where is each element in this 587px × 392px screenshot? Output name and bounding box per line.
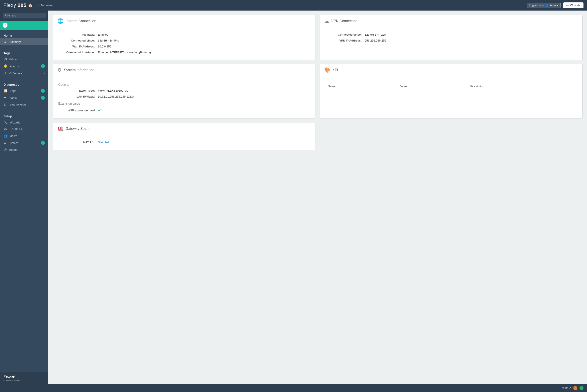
breadcrumb: › ⊙ Summary <box>34 4 53 7</box>
sidebar-item-basic-ide[interactable]: </> BASIC IDE <box>0 126 48 132</box>
main-layout: ? Home ⊙ Summary Tags 🏷 Values 🔔 Alarms … <box>0 10 587 384</box>
fallback-value: Enabled <box>98 33 108 36</box>
system-information-header: ⚙ System Information <box>53 64 315 76</box>
vpn-connection-header: ☁ VPN Connection <box>320 15 582 27</box>
sidebar-item-summary[interactable]: ⊙ Summary <box>0 38 48 45</box>
sidebar-item-system[interactable]: ⚙ System + <box>0 139 48 146</box>
kpi-icon: 🎨 <box>324 67 330 73</box>
sidebar-diagnostic-title: Diagnostic <box>0 81 48 87</box>
logged-in-indicator[interactable]: Logged in as 👤 Adm ▾ <box>527 3 561 8</box>
breadcrumb-page-icon: ⊙ <box>37 4 39 7</box>
sidebar-item-values[interactable]: 🏷 Values <box>0 56 48 62</box>
sidebar-section-setup: Setup 🔧 Wizards </> BASIC IDE 👥 Users ⚙ … <box>0 110 48 155</box>
connected-since-label: Connected since: <box>58 39 98 42</box>
kpi-col-value: Value <box>398 83 467 90</box>
sidebar-item-reboot[interactable]: ⏻ Reboot <box>0 146 48 153</box>
kpi-header: 🎨 KPI <box>320 64 582 76</box>
home-icon[interactable]: 🏠 <box>28 3 33 8</box>
gateway-status-title: Gateway Status <box>66 127 90 131</box>
internet-connection-header: 🌐 Internet Connection <box>53 15 315 27</box>
sidebar-footer: Ewon® by HMS NETWORKS <box>0 372 48 384</box>
sidebar-item-status[interactable]: ❤ Status + <box>0 94 48 101</box>
sidebar-section-diagnostic: Diagnostic 📋 Logs + ❤ Status + ⬇ Files T… <box>0 79 48 110</box>
wifi-label: WiFi extension card <box>58 109 98 112</box>
wizards-button[interactable]: ✏ Wizards <box>563 2 583 8</box>
wifi-row: WiFi extension card ✔ <box>58 106 310 114</box>
bottom-status-link[interactable]: Status ↗ <box>561 386 571 390</box>
kpi-table: Name Value Description <box>325 83 577 90</box>
summary-icon: ⊙ <box>4 40 6 44</box>
app-logo: Flexy 205 <box>4 2 26 8</box>
settings-icon: ⚙ <box>57 67 62 73</box>
bell-icon: 🔔 <box>4 64 8 68</box>
nat-value[interactable]: Disabled <box>98 141 109 144</box>
globe-icon: 🌐 <box>57 18 63 24</box>
files-transfer-icon: ⬇ <box>4 103 6 107</box>
wan-ip-row: Wan IP Address: 10.0.0.256 <box>58 44 310 50</box>
fallback-row: Fallback: Enabled <box>58 32 310 38</box>
wan-ip-label: Wan IP Address: <box>58 45 98 48</box>
connected-interface-label: Connected interface: <box>58 51 98 54</box>
sidebar-search-area <box>0 10 48 21</box>
vpn-connection-body: Connected since: 12d 5H 57m 22s VPN IP A… <box>320 27 582 48</box>
cards-row-3: 🏭 Gateway Status NAT 1:1: Disabled <box>53 122 582 150</box>
vpn-connected-since-label: Connected since: <box>325 33 365 36</box>
status-icon: ❤ <box>4 96 6 100</box>
nat-label: NAT 1:1: <box>58 141 98 144</box>
status-dot-green <box>579 386 583 390</box>
search-input[interactable] <box>3 13 46 18</box>
connected-since-value: 14d 4H 43m 54s <box>98 39 119 42</box>
kpi-card: 🎨 KPI Name Value Description <box>320 64 582 119</box>
sidebar-item-wizards[interactable]: 🔧 Wizards <box>0 119 48 126</box>
sidebar-summary-label: Summary <box>9 40 45 44</box>
sidebar-setup-title: Setup <box>0 113 48 119</box>
help-icon[interactable]: ? <box>3 23 8 28</box>
sidebar-tags-title: Tags <box>0 50 48 56</box>
cloud-icon: ☁ <box>324 18 329 24</box>
ewon-type-label: Ewon Type: <box>58 89 98 92</box>
vpn-connected-since-value: 12d 5H 57m 22s <box>365 33 386 36</box>
vpn-connected-since-row: Connected since: 12d 5H 57m 22s <box>325 32 577 38</box>
sidebar-item-alarms[interactable]: 🔔 Alarms + <box>0 62 48 70</box>
gateway-status-card: 🏭 Gateway Status NAT 1:1: Disabled <box>53 122 316 150</box>
tag-icon: 🏷 <box>4 57 7 61</box>
fallback-label: Fallback: <box>58 33 98 36</box>
wan-ip-value: 10.0.0.256 <box>98 45 111 48</box>
alarms-badge: + <box>41 64 45 68</box>
ewon-type-value: Flexy (FLEXY20500_00) <box>98 89 129 92</box>
username: Adm <box>550 4 556 7</box>
logs-icon: 📋 <box>4 89 8 93</box>
ewon-logo-area: Ewon® by HMS NETWORKS <box>4 375 21 382</box>
dropdown-icon: ▾ <box>557 4 558 7</box>
gateway-status-header: 🏭 Gateway Status <box>53 123 315 135</box>
kpi-col-name: Name <box>325 83 398 90</box>
internet-connection-title: Internet Connection <box>66 19 96 23</box>
logged-in-text: Logged in as <box>529 4 544 7</box>
pencil-icon: ✏ <box>566 4 569 7</box>
sidebar-item-io-servers[interactable]: ⇄ IO Servers › <box>0 70 48 77</box>
gateway-status-body: NAT 1:1: Disabled <box>53 135 315 150</box>
sidebar-home-title: Home <box>0 32 48 38</box>
lan-ip-value: 10.72.0.1256/255.255.128.0 <box>98 95 134 98</box>
sidebar-item-users[interactable]: 👥 Users <box>0 132 48 139</box>
sidebar-item-files-transfer[interactable]: ⬇ Files Transfer <box>0 101 48 108</box>
status-badge: + <box>41 96 45 100</box>
lan-ip-row: LAN IP/Mask: 10.72.0.1256/255.255.128.0 <box>58 94 310 100</box>
bottom-bar: Status ↗ <box>0 384 587 392</box>
cards-row-1: 🌐 Internet Connection Fallback: Enabled … <box>53 15 582 60</box>
kpi-col-description: Description <box>467 83 577 90</box>
general-section-title: General <box>58 81 310 88</box>
sidebar-section-home: Home ⊙ Summary <box>0 30 48 48</box>
basic-ide-icon: </> <box>4 128 7 131</box>
internet-connection-body: Fallback: Enabled Connected since: 14d 4… <box>53 27 315 60</box>
vpn-ip-value: 256.256.256.256 <box>365 39 386 42</box>
wizards-icon: 🔧 <box>4 120 8 124</box>
extension-cards-title: Extension cards <box>58 100 310 106</box>
topbar-right: Logged in as 👤 Adm ▾ ✏ Wizards <box>527 2 583 8</box>
help-bar: ? <box>0 21 48 30</box>
system-information-body: General Ewon Type: Flexy (FLEXY20500_00)… <box>53 76 315 118</box>
connected-interface-row: Connected interface: Ethernet INTERNET c… <box>58 50 310 55</box>
external-link-icon: ↗ <box>569 386 571 390</box>
lan-ip-label: LAN IP/Mask: <box>58 95 98 98</box>
sidebar-item-logs[interactable]: 📋 Logs + <box>0 87 48 94</box>
